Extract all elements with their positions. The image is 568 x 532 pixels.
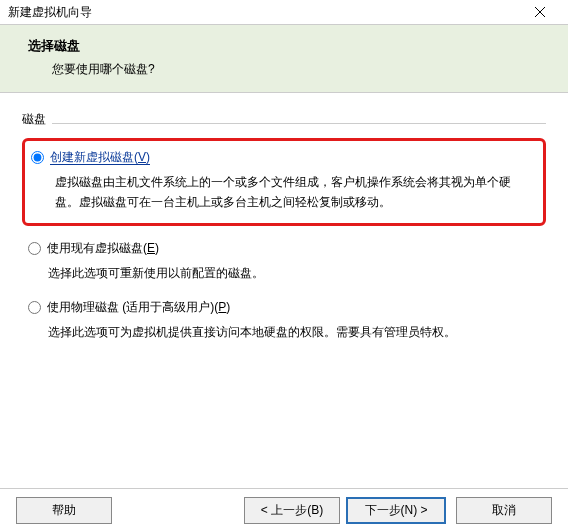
close-button[interactable] xyxy=(520,2,560,22)
wizard-header: 选择磁盘 您要使用哪个磁盘? xyxy=(0,24,568,93)
page-subtitle: 您要使用哪个磁盘? xyxy=(52,61,550,78)
cancel-button[interactable]: 取消 xyxy=(456,497,552,524)
titlebar: 新建虚拟机向导 xyxy=(0,0,568,24)
content-area: 磁盘 创建新虚拟磁盘(V) 虚拟磁盘由主机文件系统上的一个或多个文件组成，客户机… xyxy=(0,93,568,343)
option-create-label: 创建新虚拟磁盘(V) xyxy=(50,149,150,166)
back-button[interactable]: < 上一步(B) xyxy=(244,497,340,524)
option-physical-desc: 选择此选项可为虚拟机提供直接访问本地硬盘的权限。需要具有管理员特权。 xyxy=(48,322,546,342)
option-create-highlight: 创建新虚拟磁盘(V) 虚拟磁盘由主机文件系统上的一个或多个文件组成，客户机操作系… xyxy=(22,138,546,226)
option-create-desc: 虚拟磁盘由主机文件系统上的一个或多个文件组成，客户机操作系统会将其视为单个硬盘。… xyxy=(55,172,533,213)
option-physical-label: 使用物理磁盘 (适用于高级用户)(P) xyxy=(47,299,230,316)
fieldset-divider xyxy=(52,123,546,124)
help-button[interactable]: 帮助 xyxy=(16,497,112,524)
option-physical-block: 使用物理磁盘 (适用于高级用户)(P) 选择此选项可为虚拟机提供直接访问本地硬盘… xyxy=(22,299,546,342)
option-existing-label: 使用现有虚拟磁盘(E) xyxy=(47,240,159,257)
option-physical-row[interactable]: 使用物理磁盘 (适用于高级用户)(P) xyxy=(28,299,546,316)
fieldset-label: 磁盘 xyxy=(22,111,546,128)
option-existing-block: 使用现有虚拟磁盘(E) 选择此选项可重新使用以前配置的磁盘。 xyxy=(22,240,546,283)
option-create-radio[interactable] xyxy=(31,151,44,164)
option-existing-radio[interactable] xyxy=(28,242,41,255)
option-existing-row[interactable]: 使用现有虚拟磁盘(E) xyxy=(28,240,546,257)
option-create-row[interactable]: 创建新虚拟磁盘(V) xyxy=(31,149,533,166)
next-button[interactable]: 下一步(N) > xyxy=(346,497,446,524)
option-existing-desc: 选择此选项可重新使用以前配置的磁盘。 xyxy=(48,263,546,283)
window-title: 新建虚拟机向导 xyxy=(8,4,92,21)
page-title: 选择磁盘 xyxy=(28,37,550,55)
option-physical-radio[interactable] xyxy=(28,301,41,314)
button-bar: 帮助 < 上一步(B) 下一步(N) > 取消 xyxy=(0,488,568,532)
close-icon xyxy=(535,7,545,17)
